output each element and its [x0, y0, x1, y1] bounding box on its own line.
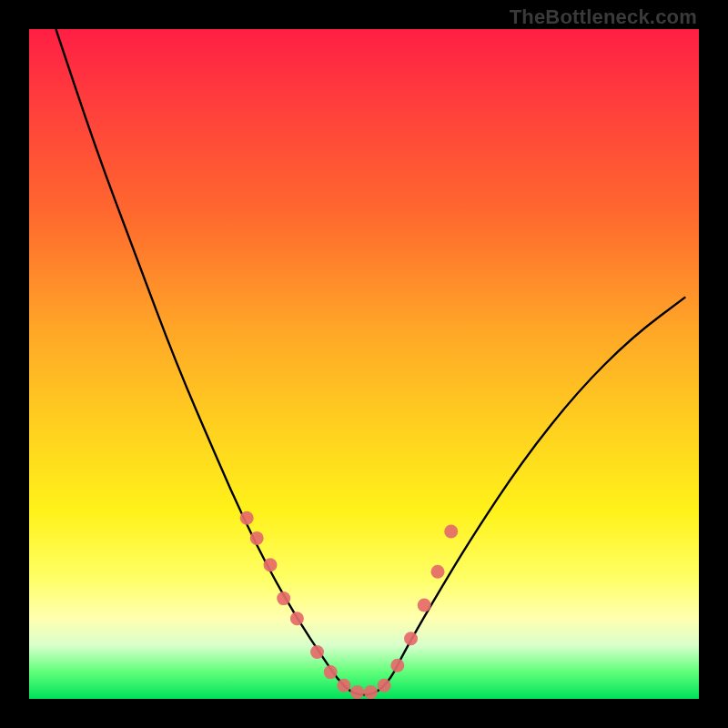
plot-background-gradient [29, 29, 699, 699]
marker-dot [277, 592, 290, 605]
marker-dot [250, 531, 264, 545]
marker-dot [404, 632, 418, 645]
marker-dot [390, 659, 404, 672]
marker-dot [378, 679, 391, 693]
marker-dot [324, 665, 338, 679]
chart-svg [29, 29, 699, 699]
marker-dot [444, 525, 458, 539]
marker-group [240, 511, 459, 699]
marker-dot [290, 612, 304, 625]
marker-dot [240, 511, 254, 525]
marker-dot [337, 679, 350, 693]
chart-frame: TheBottleneck.com [0, 0, 728, 728]
bottleneck-line [56, 29, 685, 694]
marker-dot [418, 599, 431, 612]
marker-dot [364, 685, 378, 699]
attribution-label: TheBottleneck.com [510, 5, 697, 29]
marker-dot [264, 558, 278, 571]
marker-dot [310, 645, 324, 659]
marker-dot [431, 565, 445, 579]
marker-dot [350, 685, 364, 699]
